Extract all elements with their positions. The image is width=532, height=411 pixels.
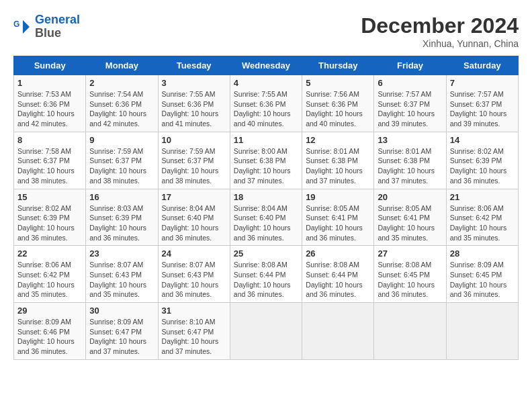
day-detail: Sunrise: 8:05 AM Sunset: 6:41 PM Dayligh… <box>378 203 442 243</box>
svg-marker-1 <box>23 20 30 34</box>
day-detail: Sunrise: 8:07 AM Sunset: 6:43 PM Dayligh… <box>89 260 154 300</box>
calendar-cell: 13Sunrise: 8:01 AM Sunset: 6:38 PM Dayli… <box>374 132 446 189</box>
day-detail: Sunrise: 8:01 AM Sunset: 6:38 PM Dayligh… <box>306 146 370 186</box>
logo-icon: G <box>13 17 32 36</box>
calendar-cell: 8Sunrise: 7:58 AM Sunset: 6:37 PM Daylig… <box>14 132 86 189</box>
day-number: 19 <box>306 192 370 202</box>
day-number: 24 <box>162 248 226 259</box>
day-detail: Sunrise: 8:02 AM Sunset: 6:39 PM Dayligh… <box>17 203 82 243</box>
calendar-cell: 6Sunrise: 7:57 AM Sunset: 6:37 PM Daylig… <box>374 75 446 132</box>
day-number: 20 <box>378 192 442 202</box>
day-detail: Sunrise: 8:09 AM Sunset: 6:47 PM Dayligh… <box>89 317 154 357</box>
day-detail: Sunrise: 8:09 AM Sunset: 6:45 PM Dayligh… <box>450 260 515 300</box>
day-number: 3 <box>162 78 226 88</box>
day-number: 10 <box>162 135 226 145</box>
day-number: 27 <box>378 248 442 259</box>
day-number: 7 <box>450 78 515 88</box>
svg-text:G: G <box>13 19 19 29</box>
day-number: 18 <box>234 192 298 202</box>
day-number: 31 <box>162 306 226 316</box>
calendar-week-row: 1Sunrise: 7:53 AM Sunset: 6:36 PM Daylig… <box>14 75 519 132</box>
calendar-cell: 2Sunrise: 7:54 AM Sunset: 6:36 PM Daylig… <box>86 75 158 132</box>
day-number: 2 <box>89 78 154 88</box>
day-detail: Sunrise: 7:58 AM Sunset: 6:37 PM Dayligh… <box>17 146 82 186</box>
calendar-cell: 29Sunrise: 8:09 AM Sunset: 6:46 PM Dayli… <box>14 303 86 360</box>
location-subtitle: Xinhua, Yunnan, China <box>361 38 519 49</box>
calendar-cell: 24Sunrise: 8:07 AM Sunset: 6:43 PM Dayli… <box>158 246 230 303</box>
month-title: December 2024 <box>361 13 519 38</box>
day-number: 25 <box>234 248 298 259</box>
calendar-cell: 1Sunrise: 7:53 AM Sunset: 6:36 PM Daylig… <box>14 75 86 132</box>
calendar-cell <box>230 303 302 360</box>
calendar-cell: 30Sunrise: 8:09 AM Sunset: 6:47 PM Dayli… <box>86 303 158 360</box>
day-detail: Sunrise: 7:59 AM Sunset: 6:37 PM Dayligh… <box>162 146 226 186</box>
day-detail: Sunrise: 7:59 AM Sunset: 6:37 PM Dayligh… <box>89 146 154 186</box>
day-detail: Sunrise: 8:10 AM Sunset: 6:47 PM Dayligh… <box>162 317 226 357</box>
day-detail: Sunrise: 8:04 AM Sunset: 6:40 PM Dayligh… <box>234 203 298 243</box>
day-number: 1 <box>17 78 82 88</box>
day-number: 13 <box>378 135 442 145</box>
calendar-cell: 16Sunrise: 8:03 AM Sunset: 6:39 PM Dayli… <box>86 189 158 246</box>
calendar-cell: 9Sunrise: 7:59 AM Sunset: 6:37 PM Daylig… <box>86 132 158 189</box>
weekday-header-tuesday: Tuesday <box>158 56 230 75</box>
calendar-cell: 19Sunrise: 8:05 AM Sunset: 6:41 PM Dayli… <box>302 189 374 246</box>
calendar-cell <box>374 303 446 360</box>
day-number: 11 <box>234 135 298 145</box>
calendar-cell: 17Sunrise: 8:04 AM Sunset: 6:40 PM Dayli… <box>158 189 230 246</box>
page-header: G General Blue December 2024 Xinhua, Yun… <box>13 13 519 49</box>
day-number: 4 <box>234 78 298 88</box>
calendar-cell <box>446 303 518 360</box>
weekday-header-wednesday: Wednesday <box>230 56 302 75</box>
weekday-header-monday: Monday <box>86 56 158 75</box>
day-detail: Sunrise: 8:00 AM Sunset: 6:38 PM Dayligh… <box>234 146 298 186</box>
calendar-week-row: 29Sunrise: 8:09 AM Sunset: 6:46 PM Dayli… <box>14 303 519 360</box>
day-number: 26 <box>306 248 370 259</box>
day-detail: Sunrise: 8:04 AM Sunset: 6:40 PM Dayligh… <box>162 203 226 243</box>
weekday-header-sunday: Sunday <box>14 56 86 75</box>
calendar-cell: 7Sunrise: 7:57 AM Sunset: 6:37 PM Daylig… <box>446 75 518 132</box>
weekday-header-thursday: Thursday <box>302 56 374 75</box>
day-number: 12 <box>306 135 370 145</box>
calendar-cell: 20Sunrise: 8:05 AM Sunset: 6:41 PM Dayli… <box>374 189 446 246</box>
day-detail: Sunrise: 8:08 AM Sunset: 6:44 PM Dayligh… <box>234 260 298 300</box>
day-detail: Sunrise: 8:08 AM Sunset: 6:45 PM Dayligh… <box>378 260 442 300</box>
calendar-table: SundayMondayTuesdayWednesdayThursdayFrid… <box>13 56 519 360</box>
day-detail: Sunrise: 8:09 AM Sunset: 6:46 PM Dayligh… <box>17 317 82 357</box>
day-detail: Sunrise: 8:06 AM Sunset: 6:42 PM Dayligh… <box>17 260 82 300</box>
calendar-cell: 12Sunrise: 8:01 AM Sunset: 6:38 PM Dayli… <box>302 132 374 189</box>
day-number: 30 <box>89 306 154 316</box>
calendar-cell: 23Sunrise: 8:07 AM Sunset: 6:43 PM Dayli… <box>86 246 158 303</box>
calendar-cell <box>302 303 374 360</box>
day-number: 5 <box>306 78 370 88</box>
day-detail: Sunrise: 8:07 AM Sunset: 6:43 PM Dayligh… <box>162 260 226 300</box>
day-number: 22 <box>17 248 82 259</box>
calendar-cell: 28Sunrise: 8:09 AM Sunset: 6:45 PM Dayli… <box>446 246 518 303</box>
day-detail: Sunrise: 8:08 AM Sunset: 6:44 PM Dayligh… <box>306 260 370 300</box>
calendar-cell: 26Sunrise: 8:08 AM Sunset: 6:44 PM Dayli… <box>302 246 374 303</box>
day-detail: Sunrise: 7:56 AM Sunset: 6:36 PM Dayligh… <box>306 89 370 129</box>
day-number: 16 <box>89 192 154 202</box>
calendar-cell: 15Sunrise: 8:02 AM Sunset: 6:39 PM Dayli… <box>14 189 86 246</box>
day-number: 28 <box>450 248 515 259</box>
calendar-cell: 5Sunrise: 7:56 AM Sunset: 6:36 PM Daylig… <box>302 75 374 132</box>
day-number: 21 <box>450 192 515 202</box>
weekday-header-row: SundayMondayTuesdayWednesdayThursdayFrid… <box>14 56 519 75</box>
weekday-header-saturday: Saturday <box>446 56 518 75</box>
calendar-cell: 10Sunrise: 7:59 AM Sunset: 6:37 PM Dayli… <box>158 132 230 189</box>
day-detail: Sunrise: 8:02 AM Sunset: 6:39 PM Dayligh… <box>450 146 515 186</box>
day-number: 9 <box>89 135 154 145</box>
day-detail: Sunrise: 8:05 AM Sunset: 6:41 PM Dayligh… <box>306 203 370 243</box>
day-detail: Sunrise: 8:01 AM Sunset: 6:38 PM Dayligh… <box>378 146 442 186</box>
calendar-week-row: 22Sunrise: 8:06 AM Sunset: 6:42 PM Dayli… <box>14 246 519 303</box>
calendar-cell: 22Sunrise: 8:06 AM Sunset: 6:42 PM Dayli… <box>14 246 86 303</box>
day-number: 29 <box>17 306 82 316</box>
day-number: 8 <box>17 135 82 145</box>
day-number: 15 <box>17 192 82 202</box>
calendar-cell: 4Sunrise: 7:55 AM Sunset: 6:36 PM Daylig… <box>230 75 302 132</box>
day-detail: Sunrise: 7:54 AM Sunset: 6:36 PM Dayligh… <box>89 89 154 129</box>
day-detail: Sunrise: 8:03 AM Sunset: 6:39 PM Dayligh… <box>89 203 154 243</box>
day-detail: Sunrise: 7:57 AM Sunset: 6:37 PM Dayligh… <box>450 89 515 129</box>
calendar-week-row: 8Sunrise: 7:58 AM Sunset: 6:37 PM Daylig… <box>14 132 519 189</box>
day-number: 17 <box>162 192 226 202</box>
logo: G General Blue <box>13 13 80 40</box>
